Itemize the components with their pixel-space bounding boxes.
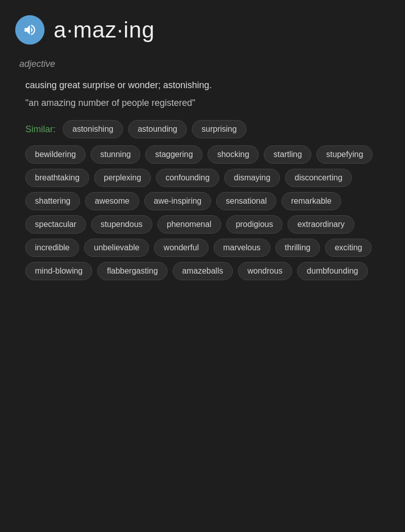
- synonym-tag[interactable]: awe-inspiring: [144, 192, 211, 210]
- speaker-button[interactable]: [15, 15, 45, 45]
- word-title: a·maz·ing: [54, 17, 155, 43]
- synonym-tag[interactable]: stupefying: [316, 145, 373, 164]
- synonym-tag[interactable]: stupendous: [91, 215, 152, 234]
- all-tags-container: bewilderingstunningstaggeringshockingsta…: [25, 145, 390, 280]
- synonym-tag[interactable]: staggering: [145, 145, 202, 164]
- synonym-tag[interactable]: wondrous: [238, 262, 292, 280]
- synonym-tag[interactable]: confounding: [156, 169, 219, 187]
- synonym-tag[interactable]: incredible: [25, 239, 79, 257]
- synonym-tag[interactable]: exciting: [325, 239, 372, 257]
- synonym-tag[interactable]: disconcerting: [285, 169, 352, 187]
- synonym-tag[interactable]: stunning: [91, 145, 141, 164]
- similar-label: Similar:: [25, 124, 56, 135]
- definition-text: causing great surprise or wonder; astoni…: [25, 79, 390, 92]
- synonym-tag[interactable]: prodigious: [226, 215, 283, 234]
- synonym-tag[interactable]: phenomenal: [157, 215, 221, 234]
- definition-block: causing great surprise or wonder; astoni…: [25, 79, 390, 280]
- synonym-tag[interactable]: shattering: [25, 192, 80, 210]
- synonym-tag[interactable]: amazeballs: [173, 262, 233, 280]
- similar-tag[interactable]: surprising: [192, 120, 246, 138]
- synonym-tag[interactable]: unbelievable: [84, 239, 149, 257]
- part-of-speech: adjective: [19, 59, 390, 69]
- synonym-tag[interactable]: marvelous: [214, 239, 270, 257]
- similar-row: Similar: astonishingastoundingsurprising: [25, 120, 390, 138]
- example-text: "an amazing number of people registered": [25, 96, 390, 110]
- similar-tags-container: astonishingastoundingsurprising: [63, 120, 247, 138]
- synonym-tag[interactable]: awesome: [85, 192, 139, 210]
- synonym-tag[interactable]: startling: [264, 145, 311, 164]
- word-header: a·maz·ing: [15, 15, 390, 45]
- synonym-tag[interactable]: flabbergasting: [97, 262, 168, 280]
- synonym-tag[interactable]: wonderful: [154, 239, 208, 257]
- similar-tag[interactable]: astonishing: [63, 120, 123, 138]
- synonym-tag[interactable]: dismaying: [224, 169, 280, 187]
- synonym-tag[interactable]: mind-blowing: [25, 262, 92, 280]
- synonym-tag[interactable]: extraordinary: [288, 215, 354, 234]
- synonym-tag[interactable]: bewildering: [25, 145, 86, 164]
- synonym-tag[interactable]: remarkable: [281, 192, 341, 210]
- synonym-tag[interactable]: perplexing: [94, 169, 151, 187]
- synonym-tag[interactable]: spectacular: [25, 215, 86, 234]
- similar-tag[interactable]: astounding: [128, 120, 187, 138]
- synonym-tag[interactable]: shocking: [208, 145, 259, 164]
- synonym-tag[interactable]: breathtaking: [25, 169, 89, 187]
- synonym-tag[interactable]: thrilling: [275, 239, 320, 257]
- synonym-tag[interactable]: sensational: [216, 192, 276, 210]
- synonym-tag[interactable]: dumbfounding: [297, 262, 368, 280]
- speaker-icon: [23, 23, 37, 37]
